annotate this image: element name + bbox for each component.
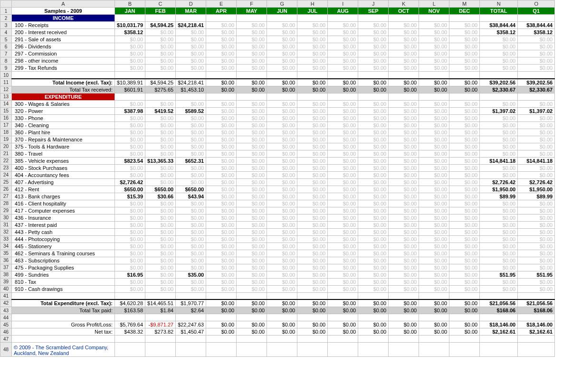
cell[interactable]: $0.00 bbox=[145, 221, 176, 228]
cell[interactable]: $0.00 bbox=[358, 178, 389, 186]
cell[interactable]: $0.00 bbox=[237, 278, 267, 285]
cell[interactable]: $275.65 bbox=[145, 86, 176, 93]
cell[interactable]: $0.00 bbox=[267, 157, 297, 164]
cell[interactable]: $0.00 bbox=[358, 243, 389, 250]
cell[interactable]: $18,146.00 bbox=[480, 321, 518, 328]
cell[interactable]: $0.00 bbox=[267, 278, 297, 285]
cell[interactable]: $0.00 bbox=[145, 129, 176, 136]
cell[interactable]: $0.00 bbox=[176, 278, 206, 285]
cell[interactable]: $0.00 bbox=[358, 129, 389, 136]
cell[interactable]: $0.00 bbox=[358, 143, 389, 150]
cell[interactable]: $0.00 bbox=[267, 100, 297, 107]
cell[interactable]: $0.00 bbox=[449, 207, 480, 214]
account-label[interactable]: 291 - Sale of assets bbox=[12, 36, 115, 43]
cell[interactable]: $0.00 bbox=[237, 57, 267, 65]
account-label[interactable]: 298 - other income bbox=[12, 57, 115, 65]
cell[interactable]: $0.00 bbox=[206, 193, 237, 200]
cell[interactable]: $0.00 bbox=[237, 307, 267, 314]
cell[interactable]: $0.00 bbox=[145, 200, 176, 207]
cell[interactable]: $0.00 bbox=[358, 100, 389, 107]
cell[interactable]: $0.00 bbox=[176, 257, 206, 264]
cell[interactable]: $0.00 bbox=[297, 100, 328, 107]
section-expenditure[interactable]: EXPENDITURE bbox=[12, 93, 115, 100]
cell[interactable]: $35.00 bbox=[176, 271, 206, 278]
cell[interactable]: $0.00 bbox=[237, 271, 267, 278]
cell[interactable]: $0.00 bbox=[115, 50, 145, 57]
cell[interactable]: $0.00 bbox=[297, 114, 328, 121]
cell[interactable]: $0.00 bbox=[449, 164, 480, 171]
cell[interactable]: $0.00 bbox=[115, 143, 145, 150]
cell[interactable]: $0.00 bbox=[518, 65, 555, 72]
cell[interactable]: $0.00 bbox=[145, 136, 176, 143]
cell[interactable]: $0.00 bbox=[358, 114, 389, 121]
cell[interactable]: $0.00 bbox=[518, 43, 555, 50]
cell[interactable]: $0.00 bbox=[358, 150, 389, 157]
cell[interactable] bbox=[115, 93, 145, 100]
cell[interactable] bbox=[267, 292, 297, 299]
cell[interactable] bbox=[145, 15, 176, 22]
cell[interactable] bbox=[115, 72, 145, 79]
cell[interactable]: $0.00 bbox=[206, 243, 237, 250]
cell[interactable]: $0.00 bbox=[176, 100, 206, 107]
cell[interactable]: $0.00 bbox=[419, 100, 449, 107]
cell[interactable]: $0.00 bbox=[449, 193, 480, 200]
cell[interactable]: $0.00 bbox=[358, 307, 389, 314]
cell[interactable]: $0.00 bbox=[115, 257, 145, 264]
cell[interactable]: $15.39 bbox=[115, 193, 145, 200]
cell[interactable]: $14,841.18 bbox=[518, 157, 555, 164]
account-label[interactable]: 370 - Repairs & Maintenance bbox=[12, 136, 115, 143]
cell[interactable]: $0.00 bbox=[449, 257, 480, 264]
cell[interactable]: $0.00 bbox=[518, 114, 555, 121]
account-label[interactable]: 444 - Photocopying bbox=[12, 235, 115, 243]
cell[interactable] bbox=[176, 336, 206, 343]
cell[interactable] bbox=[518, 93, 555, 100]
cell[interactable]: $0.00 bbox=[419, 207, 449, 214]
cell[interactable]: $0.00 bbox=[206, 100, 237, 107]
cell[interactable]: $0.00 bbox=[267, 243, 297, 250]
cell[interactable]: $0.00 bbox=[449, 43, 480, 50]
cell[interactable]: $0.00 bbox=[449, 235, 480, 243]
cell[interactable]: $1,397.02 bbox=[518, 107, 555, 114]
cell[interactable]: $0.00 bbox=[297, 257, 328, 264]
account-label[interactable]: 200 - Interest received bbox=[12, 29, 115, 36]
cell[interactable]: $0.00 bbox=[358, 171, 389, 178]
cell[interactable]: $0.00 bbox=[206, 257, 237, 264]
cell[interactable] bbox=[419, 292, 449, 299]
cell[interactable]: $0.00 bbox=[206, 121, 237, 129]
row-header[interactable]: 30 bbox=[0, 214, 12, 221]
cell[interactable]: $0.00 bbox=[206, 235, 237, 243]
cell[interactable]: $0.00 bbox=[419, 264, 449, 271]
cell[interactable]: $0.00 bbox=[297, 50, 328, 57]
cell[interactable]: $2,162.61 bbox=[480, 328, 518, 336]
cell[interactable]: $0.00 bbox=[237, 29, 267, 36]
cell[interactable]: $0.00 bbox=[480, 200, 518, 207]
cell[interactable]: $0.00 bbox=[267, 22, 297, 29]
month-header[interactable]: JUN bbox=[267, 8, 297, 15]
cell[interactable]: $0.00 bbox=[267, 43, 297, 50]
month-header[interactable]: MAY bbox=[237, 8, 267, 15]
cell[interactable] bbox=[12, 72, 115, 79]
cell[interactable]: $0.00 bbox=[358, 107, 389, 114]
account-label[interactable]: 360 - Plant hire bbox=[12, 129, 115, 136]
cell[interactable] bbox=[328, 93, 358, 100]
cell[interactable]: $0.00 bbox=[419, 57, 449, 65]
cell[interactable]: $0.00 bbox=[480, 285, 518, 292]
cell[interactable]: $0.00 bbox=[419, 136, 449, 143]
cell[interactable] bbox=[297, 343, 328, 357]
cell[interactable] bbox=[267, 93, 297, 100]
cell[interactable]: $0.00 bbox=[297, 200, 328, 207]
cell[interactable]: $0.00 bbox=[449, 321, 480, 328]
cell[interactable]: $0.00 bbox=[449, 157, 480, 164]
cell[interactable]: $0.00 bbox=[176, 221, 206, 228]
cell[interactable]: $387.98 bbox=[115, 107, 145, 114]
account-label[interactable]: 445 - Stationery bbox=[12, 243, 115, 250]
cell[interactable]: $0.00 bbox=[297, 307, 328, 314]
account-label[interactable]: 499 - Sundries bbox=[12, 271, 115, 278]
cell[interactable]: $0.00 bbox=[145, 264, 176, 271]
month-header[interactable]: JAN bbox=[115, 8, 145, 15]
cell[interactable]: $0.00 bbox=[267, 264, 297, 271]
column-header[interactable]: J bbox=[358, 0, 389, 8]
cell[interactable]: $0.00 bbox=[115, 136, 145, 143]
account-label[interactable]: 100 - Receipts bbox=[12, 22, 115, 29]
cell[interactable] bbox=[328, 72, 358, 79]
